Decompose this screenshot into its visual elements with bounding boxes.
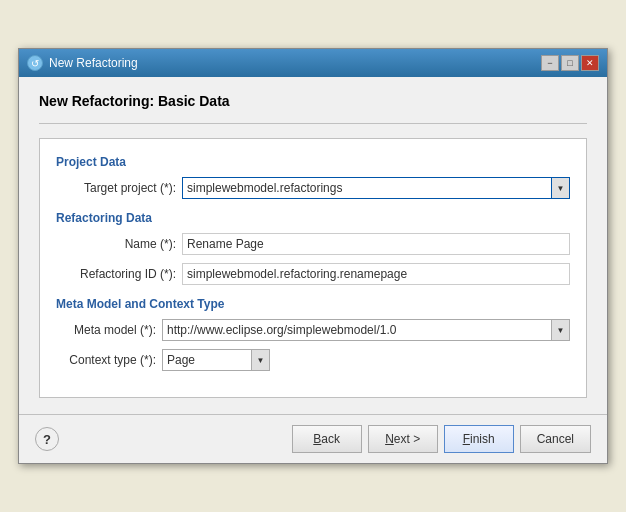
close-button[interactable]: ✕ [581, 55, 599, 71]
metamodel-row: Meta model (*): [56, 319, 570, 341]
refactoring-id-label: Refactoring ID (*): [56, 267, 176, 281]
name-row: Name (*): [56, 233, 570, 255]
titlebar: New Refactoring − □ ✕ [19, 49, 607, 77]
window-title: New Refactoring [49, 56, 138, 70]
cancel-button[interactable]: Cancel [520, 425, 591, 453]
bottom-right: Back Next > Finish Cancel [292, 425, 591, 453]
context-label: Context type (*): [56, 353, 156, 367]
finish-button[interactable]: Finish [444, 425, 514, 453]
page-title: New Refactoring: Basic Data [39, 93, 587, 109]
metamodel-label: Meta model (*): [56, 323, 156, 337]
main-window: New Refactoring − □ ✕ New Refactoring: B… [18, 48, 608, 464]
form-area: Project Data Target project (*): Refacto… [39, 138, 587, 398]
name-input[interactable] [182, 233, 570, 255]
context-dropdown-wrapper [162, 349, 270, 371]
minimize-button[interactable]: − [541, 55, 559, 71]
refactoring-id-row: Refactoring ID (*): [56, 263, 570, 285]
context-row: Context type (*): [56, 349, 570, 371]
target-project-input[interactable] [182, 177, 552, 199]
metamodel-dropdown-wrapper [162, 319, 570, 341]
metamodel-arrow[interactable] [552, 319, 570, 341]
dialog-content: New Refactoring: Basic Data Project Data… [19, 77, 607, 414]
project-section-label: Project Data [56, 155, 570, 169]
refactoring-section-label: Refactoring Data [56, 211, 570, 225]
bottom-bar: ? Back Next > Finish Cancel [19, 414, 607, 463]
titlebar-left: New Refactoring [27, 55, 138, 71]
context-input[interactable] [162, 349, 252, 371]
finish-underline: F [463, 432, 470, 446]
name-label: Name (*): [56, 237, 176, 251]
target-project-row: Target project (*): [56, 177, 570, 199]
target-project-dropdown-wrapper [182, 177, 570, 199]
finish-label-rest: inish [470, 432, 495, 446]
metamodel-section: Meta Model and Context Type Meta model (… [56, 297, 570, 371]
refactoring-section: Refactoring Data Name (*): Refactoring I… [56, 211, 570, 285]
maximize-button[interactable]: □ [561, 55, 579, 71]
target-project-label: Target project (*): [56, 181, 176, 195]
title-separator [39, 123, 587, 124]
back-button[interactable]: Back [292, 425, 362, 453]
metamodel-section-label: Meta Model and Context Type [56, 297, 570, 311]
titlebar-buttons: − □ ✕ [541, 55, 599, 71]
next-underline: N [385, 432, 394, 446]
next-button[interactable]: Next > [368, 425, 438, 453]
next-label-rest: ext > [394, 432, 420, 446]
back-label-rest: ack [321, 432, 340, 446]
window-icon [27, 55, 43, 71]
metamodel-input[interactable] [162, 319, 552, 341]
refactoring-id-input[interactable] [182, 263, 570, 285]
bottom-left: ? [35, 427, 59, 451]
target-project-arrow[interactable] [552, 177, 570, 199]
project-section: Project Data Target project (*): [56, 155, 570, 199]
help-button[interactable]: ? [35, 427, 59, 451]
context-arrow[interactable] [252, 349, 270, 371]
